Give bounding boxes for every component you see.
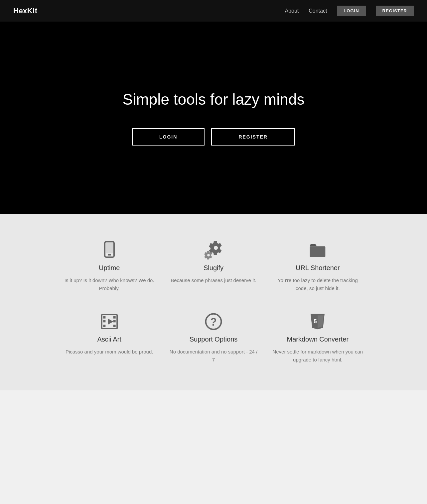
gear-icon (204, 241, 223, 259)
svg-rect-7 (103, 325, 105, 327)
feature-url-shortener-title: URL Shortener (296, 264, 340, 272)
svg-text:5: 5 (314, 318, 317, 324)
svg-rect-10 (113, 325, 115, 327)
feature-slugify: Slugify Because some phrases just deserv… (168, 241, 259, 292)
feature-support-options: ? Support Options No documentation and n… (168, 312, 259, 364)
nav-register-button[interactable]: REGISTER (376, 6, 414, 16)
mobile-icon (100, 241, 119, 259)
svg-rect-3 (310, 246, 326, 257)
nav-login-button[interactable]: LOGIN (337, 6, 365, 16)
feature-ascii-art: Ascii Art Picasso and your mom would be … (64, 312, 155, 364)
nav-link-about[interactable]: About (285, 8, 299, 14)
svg-rect-2 (106, 243, 113, 253)
folder-icon (308, 241, 327, 259)
features-section: Uptime Is it up? Is it down? Who knows? … (0, 214, 427, 390)
brand-logo: HexKit (13, 7, 38, 15)
feature-markdown-converter-title: Markdown Converter (287, 336, 349, 343)
feature-ascii-art-desc: Picasso and your mom would be proud. (66, 348, 153, 356)
hero-title: Simple tools for lazy minds (122, 90, 304, 108)
feature-uptime-desc: Is it up? Is it down? Who knows? We do. … (64, 276, 155, 292)
feature-support-options-desc: No documentation and no support - 24 / 7 (168, 348, 259, 364)
feature-ascii-art-title: Ascii Art (97, 336, 121, 343)
feature-markdown-converter: 5 5 Markdown Converter Never settle for … (272, 312, 363, 364)
svg-rect-5 (103, 316, 105, 319)
nav-right: About Contact LOGIN REGISTER (285, 6, 414, 16)
hero-login-button[interactable]: LOGIN (132, 128, 205, 146)
navbar: HexKit About Contact LOGIN REGISTER (0, 0, 427, 22)
feature-support-options-title: Support Options (190, 336, 238, 343)
svg-rect-9 (113, 320, 115, 322)
hero-section: Simple tools for lazy minds LOGIN REGIST… (0, 22, 427, 214)
feature-uptime: Uptime Is it up? Is it down? Who knows? … (64, 241, 155, 292)
hero-register-button[interactable]: REGISTER (211, 128, 295, 146)
feature-slugify-desc: Because some phrases just deserve it. (171, 276, 256, 284)
hero-buttons: LOGIN REGISTER (132, 128, 295, 146)
feature-uptime-title: Uptime (99, 264, 120, 272)
svg-text:?: ? (210, 316, 217, 328)
nav-link-contact[interactable]: Contact (309, 8, 327, 14)
svg-marker-11 (108, 319, 113, 325)
feature-url-shortener-desc: You're too lazy to delete the tracking c… (272, 276, 363, 292)
film-icon (100, 312, 119, 331)
svg-rect-6 (103, 320, 105, 322)
svg-rect-8 (113, 316, 115, 319)
features-grid: Uptime Is it up? Is it down? Who knows? … (64, 241, 363, 364)
feature-url-shortener: URL Shortener You're too lazy to delete … (272, 241, 363, 292)
html5-icon: 5 5 (308, 312, 327, 331)
feature-slugify-title: Slugify (204, 264, 223, 272)
feature-markdown-converter-desc: Never settle for markdown when you can u… (272, 348, 363, 364)
question-icon: ? (204, 312, 223, 331)
